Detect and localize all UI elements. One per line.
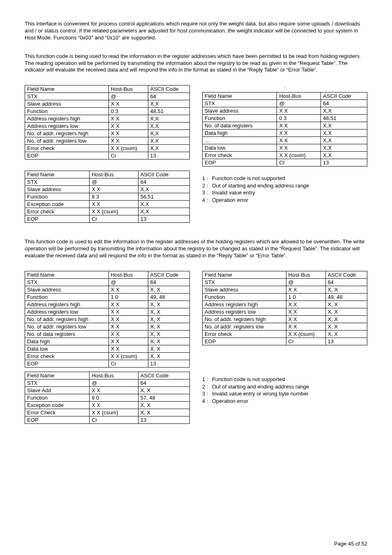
table-row: EOPCr13 (25, 215, 190, 223)
table-cell: 48,51 (148, 108, 189, 115)
table-cell: X, X (325, 301, 367, 308)
table-cell: X X (108, 286, 148, 294)
table-cell: X,X (321, 130, 367, 137)
table-cell: X, X (325, 308, 367, 316)
table-cell: Slave address (25, 286, 109, 294)
table-header-cell: Field Name (203, 271, 286, 279)
table-cell: Data low (203, 144, 277, 152)
table-header-cell: ASCII Code (148, 271, 189, 279)
table-cell: 13 (321, 159, 367, 166)
table-row: Function8 356,51 (25, 193, 190, 201)
write-error-table: Field NameHost-BusASCII CodeSTX@64Slave … (25, 372, 190, 424)
table-cell: Function (25, 294, 109, 301)
table-cell: X, X (325, 316, 367, 323)
table-cell: X,X (321, 144, 367, 152)
table-row: STX@64 (25, 178, 190, 186)
table-cell: 1 0 (108, 294, 148, 301)
table-header-cell: Host-Bus (90, 372, 138, 379)
table-header-cell: ASCII Code (138, 372, 189, 379)
table-row: STX@64 (25, 93, 190, 100)
table-cell: X,X (321, 137, 367, 144)
table-cell: X X (108, 316, 148, 323)
table-cell: Cr (90, 416, 138, 424)
table-row: Error checkX X (csum)X,X (203, 152, 367, 159)
table-cell: Address registers high (203, 301, 286, 308)
table-row: No. of addr. registers highX XX,X (25, 130, 190, 137)
table-cell: X X (108, 130, 148, 137)
table-cell: 9 0 (90, 394, 138, 402)
table-cell: X,X (138, 186, 189, 193)
table-cell: X X (90, 402, 138, 409)
table-cell: Slave Add (25, 387, 90, 394)
note-item: 1 :Function code is not supported (202, 376, 367, 383)
table-cell: 1 0 (286, 294, 325, 301)
table-cell: Error check (25, 145, 109, 152)
table-row: No. of addr. registers lowX XX,X (25, 137, 190, 145)
table-row: STX@64 (203, 100, 367, 107)
table-cell: X, X (148, 323, 189, 331)
table-cell: X,X (321, 107, 367, 115)
table-cell: 56,51 (138, 193, 189, 201)
table-header-cell: Field Name (25, 86, 109, 93)
table-cell: Error check (203, 331, 286, 338)
table-cell: Exception code (25, 201, 90, 208)
table-cell: X,X (321, 122, 367, 130)
table-header-cell: Host-Bus (90, 171, 138, 178)
table-cell: X X (csum) (108, 145, 148, 152)
table-cell: Cr (90, 215, 138, 223)
table-cell: No. of data registers (203, 122, 277, 130)
table-cell: … (203, 137, 277, 144)
table-row: Address registers highX XX, X (203, 301, 367, 308)
table-cell: 64 (325, 279, 367, 286)
table-row: Address registers lowX XX, X (25, 308, 190, 316)
table-cell: X X (108, 323, 148, 331)
table-cell: No. of addr. registers low (25, 323, 109, 331)
table-cell: 8 3 (90, 193, 138, 201)
note-item: 3 :Invalid value entry or wrong byte num… (202, 390, 367, 398)
table-cell: X X (286, 323, 325, 331)
table-cell: X, X (148, 316, 189, 323)
table-row: Address registers highX XX, X (25, 301, 190, 308)
table-cell: STX (203, 279, 286, 286)
table-row: Slave addressX XX,X (25, 100, 190, 108)
note-item: 2 :Out of starting and ending address ra… (202, 383, 367, 391)
table-cell: X X (286, 286, 325, 294)
table-row: No. of addr. registers highX XX, X (203, 316, 367, 323)
table-cell: 64 (138, 379, 189, 387)
table-cell: X, X (138, 409, 189, 416)
table-cell: No. of data registers (25, 331, 109, 338)
table-cell: 13 (325, 338, 367, 345)
table-cell: 57, 48 (138, 394, 189, 402)
table-cell: Slave address (25, 100, 109, 108)
table-cell: 0 3 (277, 115, 321, 122)
table-cell: X, X (138, 387, 189, 394)
table-header-cell: ASCII Code (325, 271, 367, 279)
table-cell: Function (203, 294, 286, 301)
table-header-cell: ASCII Code (321, 92, 367, 100)
table-row: Slave addressX XX,X (203, 107, 367, 115)
table-cell: X X (277, 130, 321, 137)
note-item: 3 :Invalid value entry (202, 189, 367, 197)
table-row: EOPCr13 (25, 360, 190, 368)
table-cell: EOP (25, 215, 90, 223)
table-cell: X,X (138, 201, 189, 208)
table-cell: X, X (148, 308, 189, 316)
table-cell: X X (286, 301, 325, 308)
table-cell: X X (90, 186, 138, 193)
table-row: Function0 348,51 (203, 115, 367, 122)
table-row: Slave addressX XX,X (25, 186, 190, 193)
table-row: Function1 049, 48 (25, 294, 190, 301)
table-cell: X X (277, 137, 321, 144)
table-cell: STX (25, 178, 90, 186)
table-cell: X X (277, 122, 321, 130)
table-header-cell: Host-Bus (108, 271, 148, 279)
table-cell: X X (csum) (277, 152, 321, 159)
table-row: Error checkX X (csum)X, X (203, 331, 367, 338)
note-item: 4 :Operation error (202, 197, 367, 204)
table-cell: X X (108, 123, 148, 130)
table-cell: EOP (203, 159, 277, 166)
table-cell: X X (277, 144, 321, 152)
table-cell: Address registers low (25, 308, 109, 316)
table-row: …X XX,X (203, 137, 367, 144)
note-item: 4 :Operation error (202, 398, 367, 405)
